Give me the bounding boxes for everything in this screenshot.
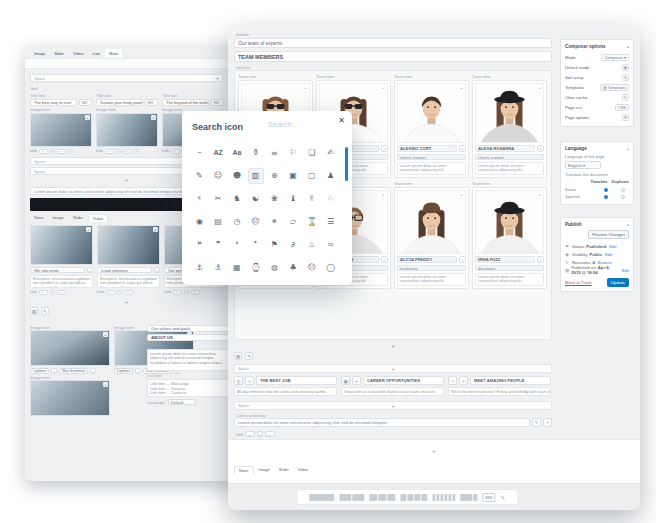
add-icon[interactable]: + [381, 145, 388, 152]
icon-box-title-input[interactable]: CAREER OPPORTUNITIES [363, 376, 444, 385]
sort-az-icon[interactable]: AZ [210, 145, 226, 161]
lunch-box-icon[interactable]: ▤ [210, 214, 226, 230]
member-role-input[interactable]: marketing [397, 265, 466, 271]
close-icon[interactable]: ✕ [338, 116, 345, 125]
title-text-input[interactable]: The best way to start [30, 99, 77, 106]
title-text-input[interactable]: The beyond of the walls [162, 99, 209, 106]
icon-box-title-input[interactable]: MEET AMAZING PEOPLE [470, 376, 551, 385]
group-icon[interactable]: ☯ [248, 191, 264, 207]
monster-face-icon[interactable]: ☹ [248, 214, 264, 230]
add-media-icon[interactable]: + [228, 448, 640, 454]
media-tab-none[interactable]: None [30, 214, 48, 222]
dancing-icon[interactable]: ❀ [266, 191, 282, 207]
image-item-photo[interactable]: + [30, 225, 93, 265]
link-type-select[interactable]: – [105, 149, 114, 154]
collapse-icon[interactable]: ▴ [627, 44, 629, 49]
wallet-icon[interactable]: ▱ [285, 214, 301, 230]
translate-radio[interactable] [604, 195, 608, 199]
list-item-input[interactable]: Link item — Main pageLink item — Service… [147, 379, 229, 397]
member-photo[interactable]: + [397, 83, 466, 143]
media-tab-image[interactable]: Image [49, 214, 68, 222]
credit-card-icon[interactable]: ▥ [248, 168, 264, 184]
add-icon[interactable]: + [51, 368, 57, 374]
subtitle-input[interactable]: Our values and goals [147, 325, 229, 332]
clear-cache-button[interactable]: ↻ [622, 94, 629, 101]
add-icon[interactable]: + [537, 145, 544, 152]
collapse-icon[interactable]: ▴ [627, 222, 629, 227]
image-item-photo[interactable]: + [30, 380, 110, 416]
layout-2-columns-icon[interactable] [339, 494, 364, 501]
add-link-icon[interactable]: + [50, 149, 55, 154]
layout-sidebar-icon[interactable] [460, 494, 477, 501]
add-icon[interactable]: + [135, 368, 141, 374]
media-tab-image[interactable]: Image [255, 466, 274, 474]
quote-alt-icon[interactable]: ❜ [248, 237, 264, 253]
add-icon[interactable]: + [381, 256, 388, 263]
link-target-select[interactable]: – [265, 431, 275, 437]
expand-icon[interactable]: + [537, 85, 542, 90]
member-role-input[interactable]: developer [475, 265, 544, 271]
add-icon[interactable]: + [154, 267, 160, 273]
apple-icon[interactable]: ◯ [323, 260, 339, 276]
thumbnail-select[interactable]: Max thumbnail [59, 368, 88, 374]
text-lines-icon[interactable]: ☰ [323, 214, 339, 230]
hand-gesture-icon[interactable]: ✌ [304, 191, 320, 207]
media-tab-video[interactable]: Video [294, 466, 312, 474]
expand-icon[interactable]: + [151, 115, 156, 120]
sad-face-icon[interactable]: ☹ [304, 260, 320, 276]
font-case-icon[interactable]: Aa [229, 145, 245, 161]
collapse-icon[interactable]: ▴ [627, 146, 629, 151]
running-icon[interactable]: ⚡ [191, 191, 207, 207]
member-photo[interactable]: + [475, 83, 544, 143]
add-icon[interactable]: + [543, 418, 552, 427]
image-item-photo[interactable]: + [30, 330, 110, 366]
member-photo[interactable]: + [397, 190, 466, 254]
idea-lamp-icon[interactable]: ♝ [285, 191, 301, 207]
video-url-input[interactable]: Lorem ipsum dolor sit amet consectetur a… [30, 187, 184, 195]
member-desc-input[interactable]: Lorem ipsum dolor sit amet consectetur a… [397, 273, 466, 286]
icon-box-desc-input[interactable]: We're the best team ever! Funny and frie… [448, 387, 551, 396]
layout-6-columns-icon[interactable] [432, 494, 455, 501]
add-icon[interactable]: + [90, 368, 96, 374]
add-link-icon[interactable]: + [134, 149, 139, 154]
page-options-button[interactable]: ⚙ [622, 114, 629, 121]
add-icon[interactable]: + [87, 267, 93, 273]
duplicate-radio[interactable] [621, 188, 625, 192]
tab-image[interactable]: Image [30, 49, 49, 58]
add-row-icon[interactable]: + [30, 299, 223, 305]
link-type-select[interactable]: – [39, 290, 48, 295]
caption-input[interactable]: We take pride [30, 267, 85, 273]
media-tab-slider[interactable]: Slider [275, 466, 293, 474]
expand-icon[interactable]: + [103, 332, 108, 337]
translate-radio[interactable] [604, 188, 608, 192]
text-item-input[interactable]: Lorem ipsum dolor sit amet consectetur a… [147, 349, 229, 371]
edit-link[interactable]: Browse [598, 260, 612, 265]
link-type-select[interactable]: – [173, 290, 182, 295]
cta-input[interactable]: Lorem ipsum dolor sit amet consectetur a… [234, 418, 530, 427]
scribble-icon[interactable]: ✎ [191, 168, 207, 184]
expand-icon[interactable]: + [381, 192, 386, 197]
expand-icon[interactable]: + [303, 85, 308, 90]
icon-box-desc-input[interactable]: Grow with us is possible thanks to our t… [341, 387, 444, 396]
layout-1-columns-icon[interactable] [309, 494, 334, 501]
add-module-button[interactable]: ▦ [234, 352, 242, 360]
add-link-icon[interactable]: + [257, 431, 263, 437]
subtitle-input[interactable]: Our team of experts [234, 38, 552, 48]
link-target-select[interactable]: – [123, 149, 132, 154]
people-icon[interactable]: ☺ [448, 376, 457, 385]
add-icon[interactable]: + [352, 376, 361, 385]
lightbox-select[interactable]: Lightbox [114, 368, 133, 374]
edit-list-button[interactable]: ✎ [41, 307, 49, 315]
edit-link[interactable]: Edit [609, 244, 616, 249]
title-text-input[interactable]: Sustain your body power [96, 99, 143, 106]
description-input[interactable]: Excepteur sint occaecat cupidatat non pr… [30, 275, 93, 288]
icon-box-desc-input[interactable]: All day immerse into the codes and amazi… [234, 387, 337, 396]
add-icon[interactable]: + [216, 75, 219, 81]
member-role-input[interactable]: clients support [397, 154, 466, 160]
tab-slider[interactable]: Slider [50, 49, 68, 58]
shopping-bag-icon[interactable]: ⚱ [248, 145, 264, 161]
add-icon[interactable]: + [235, 366, 551, 372]
basket-add-icon[interactable]: ☕ [266, 145, 282, 161]
media-tab-video[interactable]: Video [88, 214, 108, 222]
link-target-select[interactable]: – [57, 290, 66, 295]
